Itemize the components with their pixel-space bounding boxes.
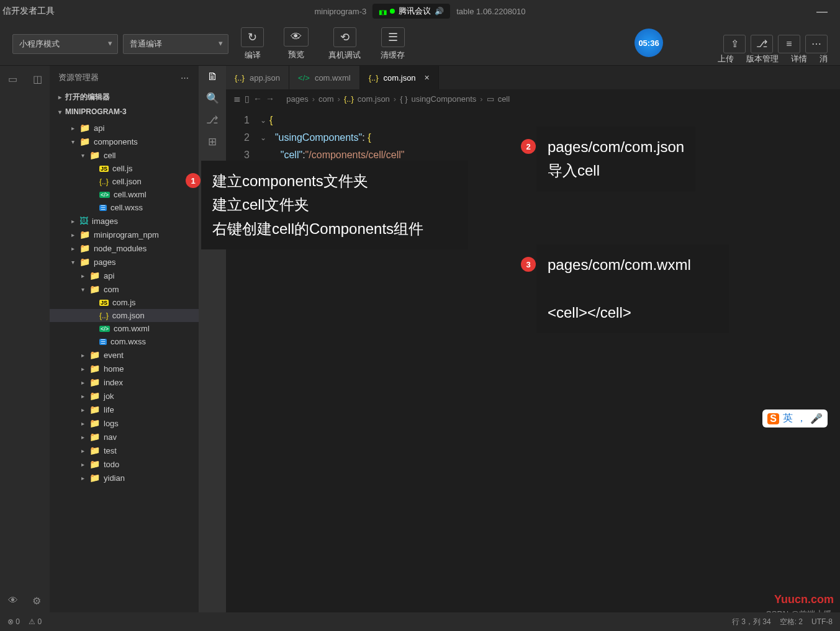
sidebar-more-icon[interactable]: ⋯: [181, 73, 190, 83]
search-icon[interactable]: 🔍: [206, 92, 219, 105]
tree-item-cell-js[interactable]: JScell.js: [50, 162, 199, 175]
tree-item-life[interactable]: ▸📁life: [50, 403, 199, 416]
main: ▭ ◫ 👁 ⚙ 资源管理器⋯ 打开的编辑器 MINIPROGRAM-3 ▸📁ap…: [0, 66, 840, 612]
tree-item-event[interactable]: ▸📁event: [50, 348, 199, 362]
bc-seg[interactable]: com.json: [358, 94, 390, 104]
tree-item-cell-wxml[interactable]: </>cell.wxml: [50, 188, 199, 201]
tree-item-jok[interactable]: ▸📁jok: [50, 389, 199, 403]
menu-button[interactable]: ≡: [778, 35, 800, 53]
tree-item-cell-wxss[interactable]: ☰cell.wxss: [50, 201, 199, 214]
real-debug-button[interactable]: ⟲真机调试: [321, 25, 368, 63]
tree-item-pages[interactable]: ▾📁pages: [50, 255, 199, 269]
ime-mode: 英: [783, 412, 793, 425]
refresh-icon: ↻: [241, 27, 264, 47]
activity-bar: 🗎 🔍 ⎇ ⊞ ☁ ⇥: [199, 66, 226, 612]
tab-com-wxml[interactable]: </>com.wxml: [289, 66, 360, 89]
tree-item-test[interactable]: ▸📁test: [50, 444, 199, 457]
badge-2: 2: [521, 139, 536, 154]
editor-area: {..}app.json</>com.wxml{..}com.json× ≣ ▯…: [226, 66, 840, 612]
tree-item-com-json[interactable]: {..}com.json: [50, 309, 199, 322]
tree-item-api[interactable]: ▸📁api: [50, 269, 199, 282]
abc-icon: ▭: [487, 94, 494, 104]
ime-widget[interactable]: S 英 ， 🎤: [762, 409, 828, 427]
bc-seg[interactable]: cell: [498, 94, 510, 104]
preview-button[interactable]: 👁预览: [276, 25, 316, 63]
meeting-widget[interactable]: 腾讯会议 🔊: [373, 4, 450, 19]
close-icon[interactable]: ×: [425, 73, 430, 83]
tree-item-logs[interactable]: ▸📁logs: [50, 416, 199, 430]
timer-badge[interactable]: 05:36: [635, 29, 663, 57]
encoding-info[interactable]: UTF-8: [811, 617, 833, 626]
bc-seg[interactable]: usingComponents: [412, 94, 477, 104]
tree-item-nav[interactable]: ▸📁nav: [50, 430, 199, 444]
compile-select[interactable]: 普通编译: [123, 34, 228, 54]
tree-item-home[interactable]: ▸📁home: [50, 362, 199, 375]
git-icon[interactable]: ⎇: [206, 114, 219, 127]
line-col[interactable]: 行 3，列 34: [732, 617, 771, 627]
json-icon: {..}: [344, 94, 354, 104]
tabs-bar: {..}app.json</>com.wxml{..}com.json×: [226, 66, 840, 89]
statusbar: ⊗ 0 ⚠ 0 行 3，列 34 空格: 2 UTF-8: [0, 612, 840, 631]
annotation-2: pages/com/com.json 导入cell: [536, 127, 695, 192]
eye-icon: 👁: [284, 27, 309, 47]
tree-item-cell-json[interactable]: {..}cell.json: [50, 175, 199, 188]
explorer-icon[interactable]: 🗎: [207, 71, 218, 83]
badge-3: 3: [521, 257, 536, 272]
toolbar: 小程序模式 普通编译 ↻编译 👁预览 ⟲真机调试 ☰清缓存 05:36 ⇪ ⎇ …: [0, 22, 840, 66]
project-section[interactable]: MINIPROGRAM-3: [50, 105, 199, 119]
tree-item-node_modules[interactable]: ▸📁node_modules: [50, 241, 199, 255]
tree-item-yidian[interactable]: ▸📁yidian: [50, 471, 199, 485]
extensions-icon[interactable]: ⊞: [208, 135, 217, 148]
tree-item-com[interactable]: ▾📁com: [50, 282, 199, 296]
tree-item-index[interactable]: ▸📁index: [50, 375, 199, 389]
bc-seg[interactable]: pages: [286, 94, 308, 104]
tree-item-com-wxss[interactable]: ☰com.wxss: [50, 335, 199, 348]
app-name: 信开发者工具: [0, 6, 55, 17]
meeting-label: 腾讯会议: [399, 6, 431, 17]
back-icon[interactable]: ←: [253, 94, 262, 104]
details-label: 详情: [791, 53, 807, 65]
minimize-button[interactable]: —: [816, 5, 828, 18]
bc-seg[interactable]: com: [318, 94, 334, 104]
braces-icon: { }: [400, 94, 407, 104]
annotation-3: pages/com/com.wxml <cell></cell>: [536, 244, 729, 333]
bookmark-icon[interactable]: ▯: [245, 94, 250, 104]
clear-cache-button[interactable]: ☰清缓存: [373, 25, 412, 63]
tree-item-cell[interactable]: ▾📁cell: [50, 148, 199, 162]
signal-icon: [379, 7, 386, 16]
bug-icon: ⟲: [333, 27, 356, 47]
tab-com-json[interactable]: {..}com.json×: [360, 66, 439, 89]
version-label: 版本管理: [746, 53, 779, 65]
tree-item-com-wxml[interactable]: </>com.wxml: [50, 322, 199, 335]
more-label: 消: [820, 53, 828, 65]
tree-item-components[interactable]: ▾📁components: [50, 135, 199, 148]
open-editors-section[interactable]: 打开的编辑器: [50, 89, 199, 105]
errors-icon[interactable]: ⊗ 0: [7, 617, 20, 626]
layers-icon: ☰: [381, 27, 405, 47]
upload-button[interactable]: ⇪: [723, 35, 746, 53]
forward-icon[interactable]: →: [266, 94, 274, 104]
record-dot-icon: [390, 9, 395, 14]
tree-item-images[interactable]: ▸🖼images: [50, 214, 199, 228]
extra-button[interactable]: ⋯: [805, 35, 828, 53]
tree-item-com-js[interactable]: JScom.js: [50, 296, 199, 309]
warnings-icon[interactable]: ⚠ 0: [29, 617, 42, 626]
panes-icon[interactable]: ◫: [30, 72, 44, 86]
upload-label: 上传: [718, 53, 734, 65]
tree-item-api[interactable]: ▸📁api: [50, 121, 199, 135]
phone-icon[interactable]: ▭: [6, 72, 19, 86]
mode-select[interactable]: 小程序模式: [12, 34, 118, 54]
tree-item-miniprogram_npm[interactable]: ▸📁miniprogram_npm: [50, 228, 199, 241]
indent-info[interactable]: 空格: 2: [780, 617, 803, 627]
code-editor[interactable]: 1234 ⌄⌄ { "usingComponents": { "cell":"/…: [226, 108, 840, 612]
tab-app-json[interactable]: {..}app.json: [226, 66, 289, 89]
compile-button[interactable]: ↻编译: [233, 25, 271, 63]
titlebar: 信开发者工具 miniprogram-3 腾讯会议 🔊 table 1.06.2…: [0, 0, 840, 22]
branch-button[interactable]: ⎇: [751, 35, 773, 53]
project-name: miniprogram-3: [314, 7, 366, 16]
eye-bottom-icon[interactable]: 👁: [6, 594, 20, 607]
tree-item-todo[interactable]: ▸📁todo: [50, 457, 199, 471]
list-icon[interactable]: ≣: [233, 94, 241, 104]
settings-icon[interactable]: ⚙: [30, 594, 43, 607]
watermark-text: Yuucn.com: [774, 593, 834, 606]
